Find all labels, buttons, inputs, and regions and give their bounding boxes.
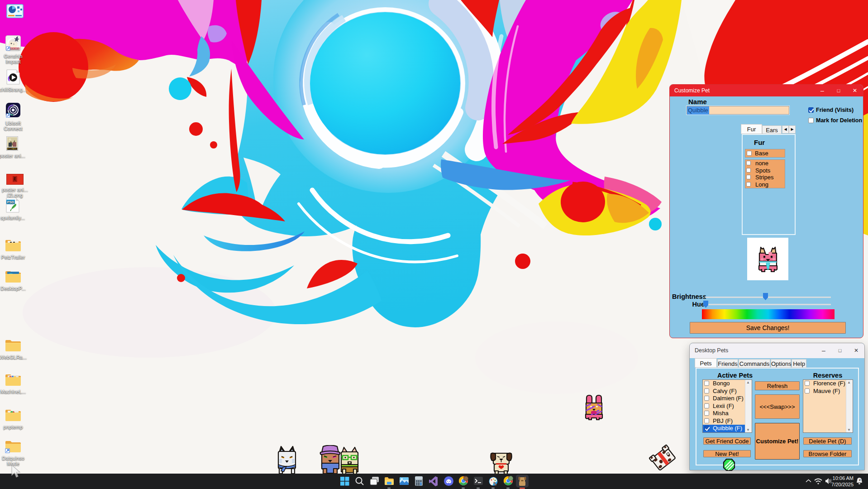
svg-text:7/20/2025: 7/20/2025 xyxy=(831,482,854,487)
svg-text:10:06 AM: 10:06 AM xyxy=(833,475,854,481)
svg-text:PSD: PSD xyxy=(7,200,14,204)
svg-text:z: z xyxy=(859,478,861,481)
svg-text:SPY×FAMILY: SPY×FAMILY xyxy=(7,148,18,150)
